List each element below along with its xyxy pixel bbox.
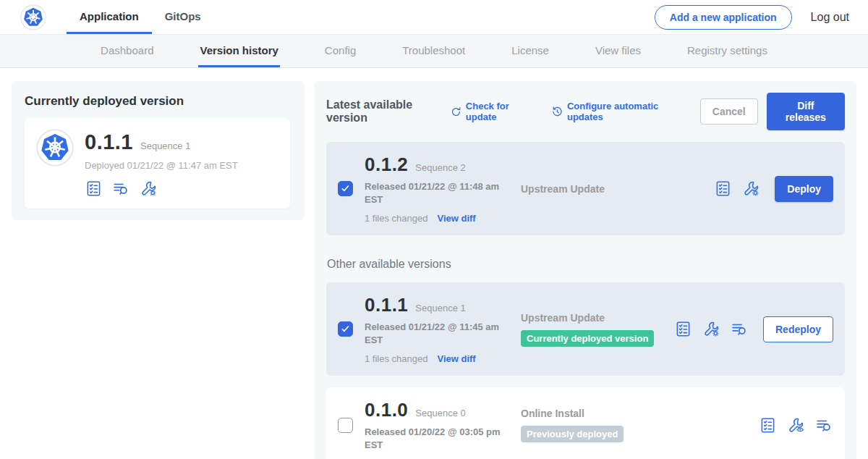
deployed-version-number: 0.1.1 — [85, 130, 133, 154]
released-timestamp: Released 01/21/22 @ 11:45 am EST — [365, 321, 509, 346]
tab-view-files[interactable]: View files — [594, 35, 642, 67]
deployed-version-info: 0.1.1 Sequence 1 Deployed 01/21/22 @ 11:… — [85, 129, 238, 198]
version-row-0-1-1: 0.1.1 Sequence 1 Released 01/21/22 @ 11:… — [326, 282, 845, 376]
refresh-icon — [450, 105, 462, 119]
version-source: Upstream Update Currently deployed versi… — [518, 312, 674, 347]
tab-config[interactable]: Config — [323, 35, 357, 67]
view-config-icon[interactable] — [787, 416, 805, 434]
kubernetes-logo-icon — [20, 4, 46, 30]
redeploy-button[interactable]: Redeploy — [763, 316, 833, 342]
deployed-timestamp: Deployed 01/21/22 @ 11:47 am EST — [85, 160, 238, 171]
deployed-sequence-label: Sequence 1 — [140, 140, 190, 151]
app-subnav: Dashboard Version history Config Trouble… — [0, 35, 868, 68]
currently-deployed-badge: Currently deployed version — [521, 330, 654, 347]
edit-config-icon[interactable] — [702, 320, 720, 338]
sequence-label: Sequence 0 — [415, 408, 465, 418]
edit-config-icon[interactable] — [742, 180, 760, 198]
available-panel-header: Latest available version Check for updat… — [326, 93, 845, 130]
version-source: Online Install Previously deployed — [518, 408, 759, 442]
released-timestamp: Released 01/20/22 @ 03:05 pm EST — [365, 426, 509, 451]
app-nav-tabs: Application GitOps — [67, 0, 214, 34]
checkmark-icon — [340, 324, 351, 334]
version-checkbox[interactable] — [338, 418, 353, 433]
release-notes-icon[interactable] — [714, 180, 732, 198]
other-versions-title: Other available versions — [327, 258, 845, 271]
app-logo — [20, 0, 46, 34]
configure-automatic-updates-link[interactable]: Configure automatic updates — [551, 101, 683, 122]
add-new-application-button[interactable]: Add a new application — [655, 5, 792, 30]
files-changed-label: 1 files changed — [365, 353, 427, 364]
version-row-0-1-0: 0.1.0 Sequence 0 Released 01/20/22 @ 03:… — [326, 387, 845, 459]
diff-releases-button[interactable]: Diff releases — [767, 93, 845, 130]
release-notes-icon[interactable] — [674, 320, 692, 338]
release-notes-icon[interactable] — [85, 180, 103, 198]
version-details: 0.1.2 Sequence 2 Released 01/21/22 @ 11:… — [365, 153, 518, 224]
checkmark-icon — [340, 183, 351, 194]
edit-config-icon[interactable] — [140, 180, 158, 198]
version-details: 0.1.1 Sequence 1 Released 01/21/22 @ 11:… — [365, 294, 518, 364]
version-actions: Deploy — [714, 176, 833, 202]
version-number: 0.1.0 — [365, 399, 408, 421]
tab-gitops[interactable]: GitOps — [152, 0, 214, 34]
check-for-update-link[interactable]: Check for update — [450, 101, 534, 122]
check-for-update-label: Check for update — [466, 101, 534, 122]
previously-deployed-badge: Previously deployed — [521, 426, 624, 442]
tab-application[interactable]: Application — [67, 0, 152, 34]
main-content: Currently deployed version 0.1.1 Sequenc… — [0, 68, 868, 459]
view-files-icon[interactable] — [112, 180, 130, 198]
tab-registry-settings[interactable]: Registry settings — [686, 35, 769, 67]
currently-deployed-panel: Currently deployed version 0.1.1 Sequenc… — [12, 81, 305, 220]
deploy-button[interactable]: Deploy — [775, 176, 833, 202]
tab-version-history[interactable]: Version history — [198, 35, 279, 67]
available-panel-title: Latest available version — [326, 98, 443, 125]
version-number: 0.1.2 — [365, 153, 408, 176]
view-files-icon[interactable] — [731, 320, 749, 338]
logout-button[interactable]: Log out — [811, 0, 849, 34]
deployed-version-card: 0.1.1 Sequence 1 Deployed 01/21/22 @ 11:… — [25, 118, 290, 209]
view-files-icon[interactable] — [815, 416, 833, 434]
version-details: 0.1.0 Sequence 0 Released 01/20/22 @ 03:… — [365, 399, 518, 451]
released-timestamp: Released 01/21/22 @ 11:48 am EST — [365, 180, 509, 206]
version-checkbox[interactable] — [338, 321, 353, 337]
deployed-action-icons — [85, 180, 238, 198]
tab-dashboard[interactable]: Dashboard — [99, 35, 155, 67]
kubernetes-app-icon — [36, 129, 74, 167]
deployed-panel-title: Currently deployed version — [25, 94, 290, 109]
tab-troubleshoot[interactable]: Troubleshoot — [401, 35, 467, 67]
schedule-update-icon — [551, 105, 563, 119]
configure-automatic-updates-label: Configure automatic updates — [567, 101, 683, 122]
version-actions — [759, 416, 833, 434]
source-label: Upstream Update — [521, 312, 674, 324]
source-label: Online Install — [521, 408, 759, 419]
version-source: Upstream Update — [518, 183, 714, 195]
version-actions: Redeploy — [674, 316, 833, 342]
release-notes-icon[interactable] — [759, 416, 777, 434]
sequence-label: Sequence 2 — [415, 162, 465, 173]
sequence-label: Sequence 1 — [415, 303, 465, 313]
available-versions-panel: Latest available version Check for updat… — [315, 81, 856, 459]
files-changed-label: 1 files changed — [365, 213, 427, 224]
tab-license[interactable]: License — [510, 35, 550, 67]
version-row-0-1-2: 0.1.2 Sequence 2 Released 01/21/22 @ 11:… — [326, 142, 845, 235]
view-diff-link[interactable]: View diff — [437, 353, 475, 364]
version-number: 0.1.1 — [365, 294, 408, 316]
version-checkbox[interactable] — [338, 181, 353, 196]
source-label: Upstream Update — [521, 183, 714, 195]
view-diff-link[interactable]: View diff — [437, 213, 475, 224]
top-nav: Application GitOps Add a new application… — [0, 0, 868, 35]
cancel-button[interactable]: Cancel — [700, 98, 758, 125]
topnav-spacer — [214, 0, 655, 34]
